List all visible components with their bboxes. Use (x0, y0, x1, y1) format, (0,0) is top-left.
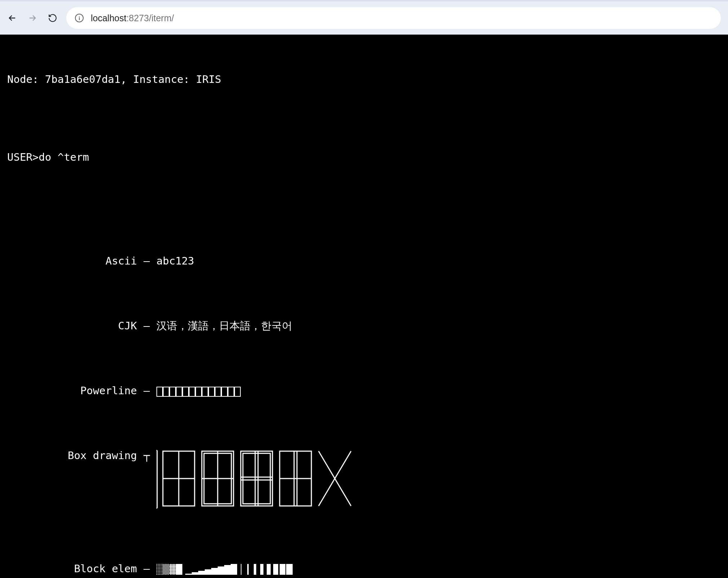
value-powerline (156, 384, 241, 397)
forward-button[interactable] (27, 13, 37, 23)
label-powerline: Powerline (7, 384, 137, 397)
label-box-drawing: Box drawing (7, 449, 137, 462)
svg-rect-36 (224, 565, 231, 575)
prompt-1: USER> (7, 151, 39, 163)
reload-icon (48, 13, 57, 23)
arrow-left-icon (7, 13, 17, 23)
row-ascii: Ascii—abc123 (7, 254, 721, 267)
arrow-right-icon (27, 13, 37, 23)
svg-rect-34 (211, 568, 218, 575)
url-bar[interactable]: i localhost:8273/iterm/ (66, 7, 721, 29)
row-block-elem: Block elem— (7, 562, 721, 575)
svg-rect-28 (169, 564, 176, 575)
row-cjk: CJK—汉语，漢語，日本語，한국어 (7, 319, 721, 332)
label-block-elem: Block elem (7, 562, 137, 575)
url-port: :8273 (126, 13, 149, 23)
label-cjk: CJK (7, 319, 137, 332)
url-text: localhost:8273/iterm/ (91, 13, 174, 23)
row-powerline: Powerline— (7, 384, 721, 397)
svg-rect-41 (260, 564, 263, 575)
svg-rect-38 (241, 564, 241, 575)
svg-rect-30 (185, 574, 192, 575)
svg-rect-7 (241, 451, 272, 506)
svg-rect-35 (218, 566, 224, 575)
svg-rect-26 (156, 564, 163, 575)
svg-rect-43 (273, 564, 278, 575)
back-button[interactable] (7, 13, 17, 23)
svg-rect-32 (198, 571, 205, 575)
svg-rect-40 (254, 564, 256, 575)
nav-buttons (7, 13, 58, 23)
label-ascii: Ascii (7, 254, 137, 267)
block-elem-graphic (156, 564, 301, 575)
svg-rect-29 (176, 564, 182, 575)
browser-chrome: i localhost:8273/iterm/ (0, 0, 728, 35)
reload-button[interactable] (48, 13, 58, 23)
svg-rect-42 (267, 564, 271, 575)
box-drawing-graphic (156, 449, 358, 510)
svg-rect-27 (163, 564, 169, 575)
svg-rect-45 (286, 564, 293, 575)
terminal-banner: Node: 7ba1a6e07da1, Instance: IRIS (7, 73, 721, 86)
row-box-drawing: Box drawing┬ (7, 449, 721, 510)
url-host: localhost (91, 13, 126, 23)
site-info-icon[interactable]: i (75, 14, 84, 22)
svg-rect-39 (247, 564, 249, 575)
value-cjk: 汉语，漢語，日本語，한국어 (156, 320, 292, 332)
svg-rect-37 (231, 564, 237, 575)
terminal[interactable]: Node: 7ba1a6e07da1, Instance: IRIS USER>… (0, 35, 728, 578)
svg-rect-31 (192, 572, 198, 575)
command-1: do ^term (39, 151, 89, 163)
url-path: /iterm/ (149, 13, 174, 23)
value-ascii: abc123 (156, 255, 194, 267)
svg-rect-8 (243, 453, 270, 504)
svg-rect-44 (280, 564, 285, 575)
svg-rect-33 (205, 569, 211, 575)
prompt-line-1: USER>do ^term (7, 151, 721, 164)
